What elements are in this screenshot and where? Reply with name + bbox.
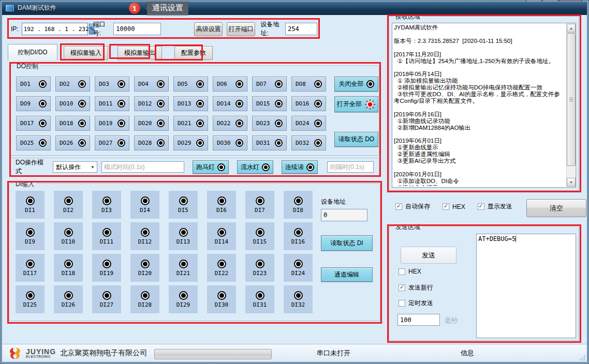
mode-time-input[interactable]	[101, 161, 184, 173]
autosave-checkbox[interactable]	[395, 203, 402, 210]
send-button[interactable]: 发送	[401, 247, 457, 264]
device-address-input[interactable]	[285, 23, 317, 35]
scroll-up-icon[interactable]: ▲	[567, 24, 576, 33]
scroll-down-icon[interactable]: ▼	[567, 178, 576, 187]
receive-log-box[interactable]: JYDAM调试软件 版本号：2.3.7315.28527 [2020-01-11…	[392, 23, 576, 188]
do-channel-button[interactable]: DO7	[252, 77, 287, 92]
do-channel-button[interactable]: DO3	[95, 77, 129, 92]
tab-analog-input[interactable]: 模拟量输入	[64, 46, 108, 60]
di-channel-cell[interactable]: DI20	[130, 254, 159, 282]
send-content-box[interactable]: AT+DEBUG=5	[476, 234, 576, 338]
di-channel-cell[interactable]: DI6	[207, 191, 236, 219]
do-channel-button[interactable]: DO19	[95, 116, 129, 131]
timed-send-checkbox[interactable]	[399, 300, 405, 307]
do-channel-button[interactable]: DO12	[134, 96, 169, 111]
di-device-address-input[interactable]	[321, 209, 367, 221]
di-channel-cell[interactable]: DI10	[54, 222, 83, 250]
do-channel-button[interactable]: DO5	[173, 77, 208, 92]
do-channel-button[interactable]: DO8	[291, 77, 326, 92]
do-channel-button[interactable]: DO25	[16, 135, 51, 150]
di-channel-cell[interactable]: DI5	[169, 191, 198, 219]
scrollbar-thumb[interactable]	[567, 33, 576, 166]
clear-button[interactable]: 清空	[526, 199, 586, 217]
di-channel-cell[interactable]: DI3	[92, 191, 121, 219]
do-channel-button[interactable]: DO9	[16, 96, 51, 111]
do-channel-button[interactable]: DO1	[16, 77, 51, 92]
di-channel-cell[interactable]: DI24	[284, 254, 313, 282]
do-channel-button[interactable]: DO27	[95, 135, 129, 150]
tab-analog-output[interactable]: 模拟量输出	[117, 46, 162, 60]
do-channel-button[interactable]: DO15	[252, 96, 287, 111]
di-channel-cell[interactable]: DI30	[207, 285, 236, 313]
di-channel-cell[interactable]: DI15	[245, 222, 274, 250]
do-channel-button[interactable]: DO18	[55, 116, 90, 131]
do-channel-button[interactable]: DO31	[252, 135, 287, 150]
do-channel-button[interactable]: DO24	[291, 116, 326, 131]
do-channel-button[interactable]: DO10	[55, 96, 90, 111]
port-input[interactable]	[113, 23, 161, 35]
tab-control-di-do[interactable]: 控制DI/DO	[8, 44, 57, 60]
di-channel-cell[interactable]: DI1	[16, 191, 45, 219]
di-channel-cell[interactable]: DI27	[92, 285, 121, 313]
di-channel-cell[interactable]: DI9	[16, 222, 45, 250]
di-channel-cell[interactable]: DI14	[207, 222, 236, 250]
read-do-status-button[interactable]: 读取状态 DO	[334, 132, 378, 147]
do-channel-button[interactable]: DO22	[213, 116, 247, 131]
di-channel-cell[interactable]: DI13	[169, 222, 198, 250]
do-channel-button[interactable]: DO32	[291, 135, 326, 150]
do-channel-button[interactable]: DO4	[134, 77, 169, 92]
do-channel-button[interactable]: DO23	[252, 116, 287, 131]
di-channel-cell[interactable]: DI7	[245, 191, 274, 219]
do-channel-button[interactable]: DO26	[55, 135, 90, 150]
close-all-button[interactable]: 关闭全部	[334, 77, 378, 92]
di-channel-cell[interactable]: DI12	[130, 222, 159, 250]
di-channel-cell[interactable]: DI22	[207, 254, 236, 282]
do-channel-button[interactable]: DO17	[16, 116, 51, 131]
do-channel-button[interactable]: DO20	[134, 116, 169, 131]
send-newline-checkbox[interactable]	[399, 284, 405, 291]
di-channel-cell[interactable]: DI32	[284, 285, 313, 313]
send-hex-checkbox[interactable]	[399, 268, 405, 275]
do-channel-button[interactable]: DO16	[291, 96, 326, 111]
do-channel-button[interactable]: DO13	[173, 96, 208, 111]
channel-edit-button[interactable]: 通道编辑	[321, 267, 373, 282]
di-channel-cell[interactable]: DI4	[130, 191, 159, 219]
receive-scrollbar[interactable]: ▲ ▼	[566, 24, 575, 187]
do-channel-button[interactable]: DO29	[173, 135, 208, 150]
do-channel-button[interactable]: DO11	[95, 96, 129, 111]
do-mode-select[interactable]: 默认操作 ▼	[53, 161, 97, 173]
di-channel-cell[interactable]: DI29	[169, 285, 198, 313]
di-channel-cell[interactable]: DI2	[54, 191, 83, 219]
continuous-read-button[interactable]: 连续读	[282, 160, 318, 174]
marquee-button[interactable]: 跑马灯	[193, 160, 229, 174]
di-channel-cell[interactable]: DI26	[54, 285, 83, 313]
read-di-status-button[interactable]: 读取状态 DI	[321, 235, 373, 251]
flow-light-button[interactable]: 流水灯	[237, 160, 273, 174]
di-channel-cell[interactable]: DI23	[245, 254, 274, 282]
di-channel-cell[interactable]: DI19	[92, 254, 121, 282]
di-channel-cell[interactable]: DI11	[92, 222, 121, 250]
do-channel-button[interactable]: DO2	[55, 77, 90, 92]
di-channel-cell[interactable]: DI17	[16, 254, 45, 282]
di-channel-cell[interactable]: DI16	[284, 222, 313, 250]
do-channel-button[interactable]: DO30	[213, 135, 247, 150]
tab-config-params[interactable]: 配置参数	[174, 46, 213, 60]
do-channel-button[interactable]: DO6	[213, 77, 247, 92]
do-channel-button[interactable]: DO21	[173, 116, 208, 131]
interval-time-input[interactable]	[327, 161, 374, 173]
resize-grip[interactable]	[579, 354, 585, 360]
di-channel-cell[interactable]: DI8	[284, 191, 313, 219]
di-channel-cell[interactable]: DI25	[16, 285, 45, 313]
receive-hex-checkbox[interactable]	[443, 203, 449, 210]
do-channel-button[interactable]: DO14	[213, 96, 247, 111]
di-channel-cell[interactable]: DI31	[245, 285, 274, 313]
advanced-settings-button[interactable]: 高级设置	[194, 22, 223, 36]
do-channel-button[interactable]: DO28	[134, 135, 169, 150]
di-channel-cell[interactable]: DI21	[169, 254, 198, 282]
di-channel-cell[interactable]: DI18	[54, 254, 83, 282]
open-port-button[interactable]: 打开端口	[227, 22, 255, 36]
show-send-checkbox[interactable]	[478, 203, 484, 210]
open-all-button[interactable]: 打开全部	[334, 96, 378, 112]
di-channel-cell[interactable]: DI28	[130, 285, 159, 313]
send-interval-input[interactable]	[397, 314, 440, 326]
